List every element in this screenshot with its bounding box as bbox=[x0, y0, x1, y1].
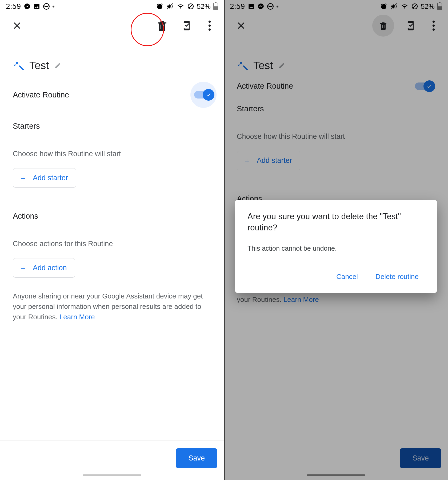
dialog-delete-routine-button[interactable]: Delete routine bbox=[370, 268, 425, 285]
add-action-label: Add action bbox=[33, 264, 67, 272]
actions-subtext: Choose actions for this Routine bbox=[13, 240, 211, 248]
svg-point-4 bbox=[209, 21, 211, 23]
delete-confirm-dialog: Are you sure you want to delete the "Tes… bbox=[235, 200, 437, 293]
plus-icon: ＋ bbox=[19, 174, 27, 182]
wifi-icon bbox=[177, 3, 185, 10]
add-starter-label: Add starter bbox=[33, 174, 68, 182]
sports-icon bbox=[43, 3, 50, 10]
actions-heading: Actions bbox=[13, 212, 211, 221]
check-icon bbox=[206, 92, 211, 98]
svg-point-6 bbox=[209, 28, 211, 30]
phone-left: 2:59 52% bbox=[0, 0, 224, 480]
privacy-footnote: Anyone sharing or near your Google Assis… bbox=[13, 291, 210, 322]
close-icon bbox=[13, 21, 22, 30]
svg-point-5 bbox=[209, 24, 211, 26]
status-more-dot bbox=[53, 6, 54, 7]
add-starter-button[interactable]: ＋ Add starter bbox=[13, 168, 76, 188]
close-button[interactable] bbox=[11, 19, 23, 32]
screens-divider bbox=[224, 0, 225, 480]
battery-icon bbox=[213, 3, 218, 10]
add-action-button[interactable]: ＋ Add action bbox=[13, 258, 75, 278]
vibrate-icon bbox=[166, 3, 174, 10]
messenger-icon bbox=[24, 3, 31, 10]
shortcut-button[interactable] bbox=[180, 19, 193, 32]
edit-icon[interactable] bbox=[54, 62, 61, 69]
trash-icon bbox=[156, 19, 169, 33]
app-bar bbox=[0, 13, 224, 38]
battery-pct: 52% bbox=[197, 2, 211, 11]
nav-handle[interactable] bbox=[83, 474, 141, 476]
status-time: 2:59 bbox=[6, 2, 21, 11]
save-button[interactable]: Save bbox=[176, 448, 217, 468]
no-sign-icon bbox=[187, 3, 194, 10]
starters-subtext: Choose how this Routine will start bbox=[13, 150, 211, 158]
magic-wand-icon bbox=[13, 60, 24, 71]
delete-button[interactable] bbox=[154, 18, 170, 34]
add-to-home-icon bbox=[182, 21, 192, 31]
svg-line-3 bbox=[189, 4, 193, 8]
dialog-title: Are you sure you want to delete the "Tes… bbox=[247, 211, 425, 233]
routine-name: Test bbox=[29, 60, 49, 72]
starters-heading: Starters bbox=[13, 122, 211, 131]
status-bar: 2:59 52% bbox=[0, 0, 224, 13]
phone-right: 2:59 52% bbox=[224, 0, 448, 480]
plus-icon: ＋ bbox=[19, 264, 27, 272]
activate-routine-label: Activate Routine bbox=[13, 91, 69, 99]
more-vert-icon bbox=[208, 21, 211, 31]
bottom-bar: Save bbox=[0, 440, 224, 480]
dialog-body: This action cannot be undone. bbox=[247, 245, 425, 252]
learn-more-link[interactable]: Learn More bbox=[59, 313, 95, 321]
dialog-cancel-button[interactable]: Cancel bbox=[330, 268, 364, 285]
activate-toggle-halo bbox=[190, 82, 217, 108]
picture-icon bbox=[33, 3, 40, 10]
overflow-button[interactable] bbox=[203, 19, 216, 32]
alarm-icon bbox=[156, 3, 163, 10]
activate-routine-toggle[interactable] bbox=[194, 91, 213, 99]
routine-title-row: Test bbox=[13, 60, 211, 72]
